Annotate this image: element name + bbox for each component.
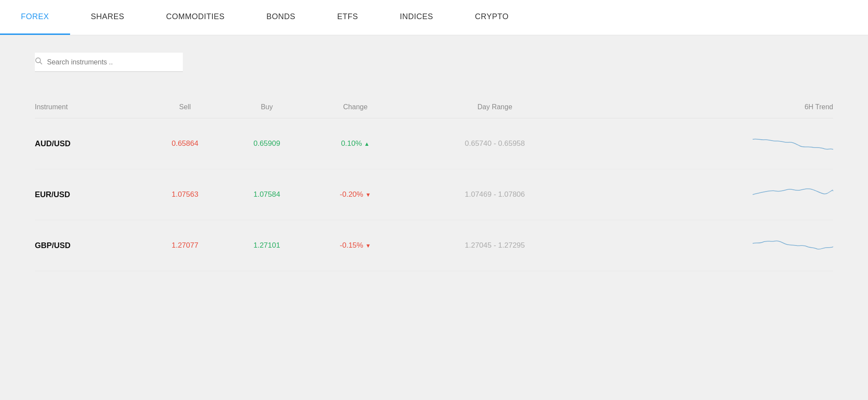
- instrument-name: GBP/USD: [35, 220, 144, 271]
- nav-tabs: FOREXSHARESCOMMODITIESBONDSETFSINDICESCR…: [0, 0, 868, 35]
- tab-shares[interactable]: SHARES: [70, 0, 145, 35]
- search-input[interactable]: [47, 58, 183, 66]
- day-range: 0.65740 - 0.65958: [403, 118, 587, 169]
- search-area: [0, 35, 868, 81]
- tab-indices[interactable]: INDICES: [379, 0, 454, 35]
- day-range: 1.07469 - 1.07806: [403, 169, 587, 220]
- tab-crypto[interactable]: CRYPTO: [454, 0, 529, 35]
- instrument-name: AUD/USD: [35, 118, 144, 169]
- col-header-sell: Sell: [144, 98, 226, 118]
- change-value: -0.20% ▼: [308, 169, 403, 220]
- search-icon: [35, 57, 43, 67]
- instruments-table: InstrumentSellBuyChangeDay Range6H Trend…: [35, 98, 833, 271]
- table-row[interactable]: GBP/USD1.270771.27101-0.15% ▼1.27045 - 1…: [35, 220, 833, 271]
- col-header-6h-trend: 6H Trend: [587, 98, 833, 118]
- col-header-change: Change: [308, 98, 403, 118]
- arrow-down-icon: ▼: [365, 192, 371, 198]
- svg-line-1: [40, 62, 42, 64]
- instruments-table-container: InstrumentSellBuyChangeDay Range6H Trend…: [0, 81, 868, 289]
- tab-forex[interactable]: FOREX: [0, 0, 70, 35]
- tab-etfs[interactable]: ETFS: [316, 0, 379, 35]
- day-range: 1.27045 - 1.27295: [403, 220, 587, 271]
- trend-chart: [587, 118, 833, 169]
- buy-price: 1.27101: [226, 220, 308, 271]
- col-header-buy: Buy: [226, 98, 308, 118]
- buy-price: 0.65909: [226, 118, 308, 169]
- change-value: 0.10% ▲: [308, 118, 403, 169]
- table-row[interactable]: AUD/USD0.658640.659090.10% ▲0.65740 - 0.…: [35, 118, 833, 169]
- arrow-down-icon: ▼: [365, 242, 371, 249]
- trend-chart: [587, 220, 833, 271]
- sell-price: 1.27077: [144, 220, 226, 271]
- change-value: -0.15% ▼: [308, 220, 403, 271]
- tab-commodities[interactable]: COMMODITIES: [145, 0, 246, 35]
- col-header-instrument: Instrument: [35, 98, 144, 118]
- table-row[interactable]: EUR/USD1.075631.07584-0.20% ▼1.07469 - 1…: [35, 169, 833, 220]
- sell-price: 1.07563: [144, 169, 226, 220]
- tab-bonds[interactable]: BONDS: [246, 0, 316, 35]
- buy-price: 1.07584: [226, 169, 308, 220]
- search-bar[interactable]: [35, 53, 183, 72]
- instrument-name: EUR/USD: [35, 169, 144, 220]
- arrow-up-icon: ▲: [364, 141, 370, 147]
- sell-price: 0.65864: [144, 118, 226, 169]
- col-header-day-range: Day Range: [403, 98, 587, 118]
- trend-chart: [587, 169, 833, 220]
